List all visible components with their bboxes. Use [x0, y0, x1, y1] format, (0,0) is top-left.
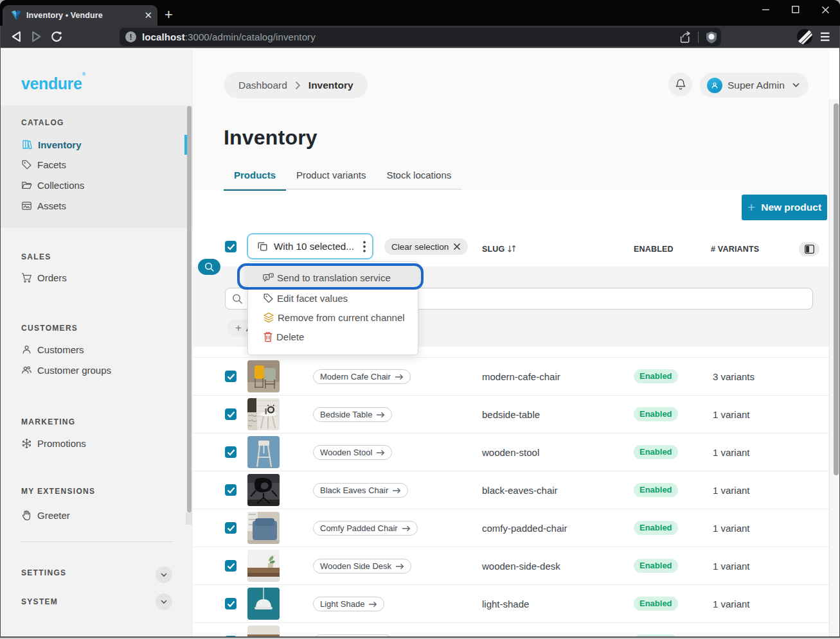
- svg-text:A: A: [265, 274, 268, 279]
- svg-text:文: 文: [270, 273, 273, 277]
